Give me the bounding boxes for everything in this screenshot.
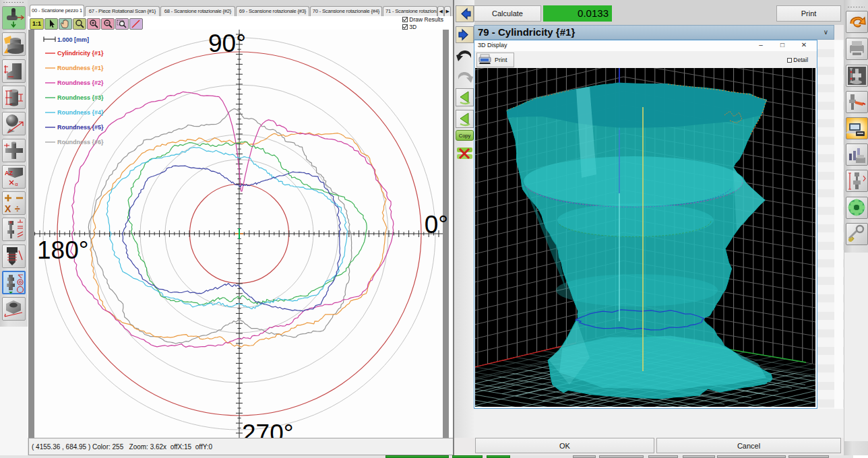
svg-text:Roundness {#4}: Roundness {#4}	[57, 109, 104, 116]
svg-text:α: α	[15, 181, 18, 187]
svg-text:180°: 180°	[37, 236, 89, 264]
svg-text:Roundness {#2}: Roundness {#2}	[57, 79, 104, 86]
svg-text:1.000 [mm]: 1.000 [mm]	[57, 36, 89, 43]
svg-text:Roundness {#5}: Roundness {#5}	[57, 124, 104, 131]
svg-text:Roundness {#6}: Roundness {#6}	[57, 139, 104, 145]
svg-text:Roundness {#1}: Roundness {#1}	[57, 65, 104, 71]
svg-text:Cylindricity {#1}: Cylindricity {#1}	[57, 50, 104, 57]
svg-text:AZ: AZ	[5, 170, 13, 176]
svg-text:0°: 0°	[425, 211, 448, 238]
svg-text:Roundness {#3}: Roundness {#3}	[57, 94, 104, 101]
svg-text:90°: 90°	[208, 30, 246, 57]
svg-text:X: X	[5, 203, 11, 214]
svg-text:÷: ÷	[15, 203, 20, 214]
